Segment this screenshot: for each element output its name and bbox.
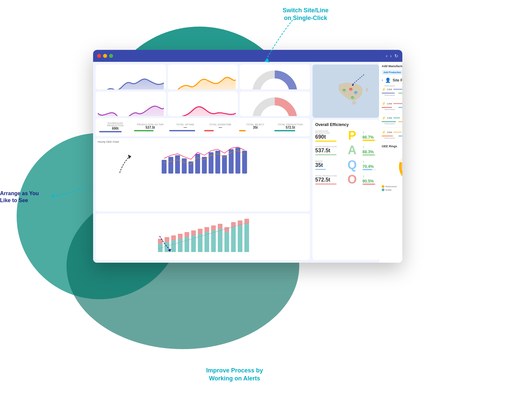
line-name-3: Line (387, 116, 392, 119)
svg-text:65%: 65% (343, 90, 345, 92)
svg-rect-49 (224, 232, 229, 252)
legend-quality: Quality (382, 189, 402, 191)
metric-production-so-far: Production So Far 537.5t (134, 123, 166, 131)
svg-rect-25 (222, 155, 227, 174)
ring-chart (242, 93, 308, 116)
legend-performance: Performance (382, 185, 402, 188)
svg-text:70%: 70% (354, 93, 357, 94)
dot-maximize[interactable] (109, 54, 113, 58)
chart-grid-top (96, 65, 310, 116)
annotation-switch-site: Switch Site/Lineon Single-Click (283, 7, 329, 22)
dot-close[interactable] (97, 54, 101, 58)
svg-point-10 (264, 109, 286, 116)
area-chart-purple (98, 93, 164, 116)
chart-card-1 (96, 65, 166, 89)
chart-card-4 (96, 91, 166, 116)
letter-o: O (344, 174, 360, 186)
chart-card-3 (240, 65, 310, 89)
line-icon-3: ⚡ (382, 116, 386, 120)
browser-controls: ‹ › ↻ (386, 53, 398, 59)
map-card: 65% 38% 70% 90% (313, 65, 379, 118)
eff-row-o: TOTAL PRODUCTION 572.5t O ↑ 90.5% (315, 174, 376, 186)
svg-rect-34 (171, 235, 176, 240)
svg-rect-32 (165, 237, 169, 242)
hourly-oee-chart (98, 145, 308, 181)
metric-total-uptime: Total Uptime — (169, 123, 201, 131)
svg-point-7 (264, 82, 286, 89)
chart-card-6 (240, 91, 310, 116)
svg-rect-23 (208, 152, 213, 174)
rings-legend: Performance Availability Quality OEE (382, 185, 402, 191)
chart-card-2 (168, 65, 238, 89)
annotation-alerts: Improve Process byWorking on Alerts (206, 367, 263, 382)
metrics-row: Scheduled Production 690t Production So … (96, 118, 310, 136)
oee-rings-title: OEE Rings (382, 145, 397, 148)
refresh[interactable]: ↻ (394, 53, 398, 59)
site-kpi-labels: Performance Availability Quality OEE (382, 85, 402, 87)
svg-text:38%: 38% (349, 89, 352, 91)
metric-total-reject: Total Reject 35t (239, 123, 271, 131)
svg-rect-47 (218, 229, 222, 252)
line-name-1: Line (387, 88, 392, 91)
stacked-chart-svg (98, 215, 308, 255)
svg-rect-18 (175, 155, 180, 174)
line-section-1: ⚡ Line Performance Availability Quality … (382, 87, 402, 99)
chevron-left-icon[interactable]: ‹ (382, 78, 383, 82)
letter-q: Q (344, 159, 360, 171)
svg-rect-21 (195, 154, 200, 174)
svg-rect-33 (171, 240, 176, 252)
site-name: Site FGR (393, 78, 402, 82)
metric-scheduled-production: Scheduled Production 690t (99, 122, 131, 132)
site-header: ‹ 👤 Site FGR (382, 77, 402, 83)
browser-titlebar: ‹ › ↻ (93, 50, 402, 62)
donut-chart (242, 66, 308, 89)
efficiency-card: Overall Efficiency SCHEDULED PRODUCTION … (313, 120, 379, 260)
dot-minimize[interactable] (103, 54, 107, 58)
oee-rings-section: OEE Rings ℹ (382, 145, 402, 191)
svg-rect-51 (231, 227, 236, 252)
site-icon: 👤 (385, 77, 391, 83)
svg-rect-46 (211, 225, 216, 230)
area-chart-orange (170, 66, 236, 89)
action-buttons-row: Add Production Add Reject Add Downtime (382, 70, 402, 75)
bar-chart-card: Hourly OEE Chart (96, 138, 310, 211)
svg-rect-50 (224, 227, 229, 232)
letter-p: P (344, 130, 360, 142)
eff-row-p: SCHEDULED PRODUCTION 690t P ↑ 86.7% (315, 130, 376, 142)
svg-point-59 (352, 101, 356, 104)
line-section-4: ⚡ Line Performance Availability Quality … (382, 130, 402, 142)
svg-rect-53 (238, 225, 242, 252)
nav-forward[interactable]: › (390, 53, 392, 59)
area-chart-blue (98, 66, 164, 89)
dashboard-content: Scheduled Production 690t Production So … (93, 62, 402, 263)
world-map-svg: 65% 38% 70% 90% (313, 65, 379, 118)
eff-row-a: GOOD PRODUCTION 537.5t A ↑ 88.3% (315, 144, 376, 156)
svg-rect-19 (182, 158, 187, 174)
letter-a: A (344, 144, 360, 156)
svg-rect-17 (168, 157, 173, 174)
svg-rect-36 (178, 234, 183, 239)
annotation-arrange: Arrange as YouLike to See (0, 190, 39, 204)
bar-chart-title: Hourly OEE Chart (98, 140, 308, 143)
dashboard-left: Scheduled Production 690t Production So … (93, 62, 313, 263)
nav-back[interactable]: ‹ (386, 53, 388, 59)
add-production-button[interactable]: Add Production (382, 70, 402, 75)
browser-dots (97, 54, 113, 58)
svg-rect-42 (198, 229, 202, 234)
chart-card-5 (168, 91, 238, 116)
browser-window: ‹ › ↻ (93, 50, 402, 263)
svg-rect-48 (218, 224, 222, 229)
oee-rings-svg (398, 150, 403, 183)
svg-rect-30 (158, 239, 163, 244)
efficiency-title: Overall Efficiency (315, 122, 376, 127)
svg-rect-40 (191, 230, 196, 235)
line-icon-2: ⚡ (382, 102, 386, 105)
panel-title: Add Manufacturing Data (382, 65, 402, 68)
right-panel: Add Manufacturing Data Add Production Ad… (379, 62, 402, 263)
line-name-4: Line (387, 131, 392, 134)
svg-text:90%: 90% (351, 98, 354, 99)
line-section-2: ⚡ Line Performance Availability Quality … (382, 102, 402, 113)
eff-row-q: WASTE 35t Q ↑ 70.4% (315, 159, 376, 171)
svg-rect-20 (189, 161, 194, 174)
metric-total-production: Total Production 572.5t (274, 123, 307, 131)
